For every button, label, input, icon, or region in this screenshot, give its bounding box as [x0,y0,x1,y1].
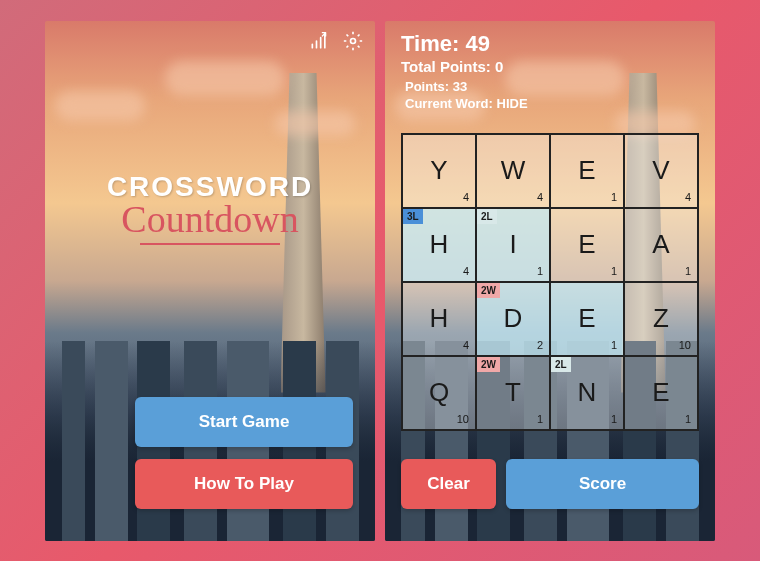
tile-1-0[interactable]: 3LH4 [402,208,476,282]
current-word-display: Current Word: HIDE [405,96,699,111]
how-to-play-button[interactable]: How To Play [135,459,353,509]
menu-screen: CROSSWORD Countdown Start Game How To Pl… [45,21,375,541]
menu-buttons: Start Game How To Play [135,397,353,509]
tile-bonus: 3L [403,209,423,224]
tile-points: 1 [685,413,691,425]
tile-letter: I [509,229,516,260]
tile-bonus: 2W [477,357,500,372]
tile-letter: E [578,303,595,334]
tile-1-2[interactable]: E1 [550,208,624,282]
game-header: Time: 49 Total Points: 0 Points: 33 Curr… [401,31,699,111]
tile-1-3[interactable]: A1 [624,208,698,282]
signal-icon[interactable] [309,31,329,55]
tile-bonus: 2L [551,357,571,372]
tile-3-1[interactable]: 2WT1 [476,356,550,430]
tile-points: 2 [537,339,543,351]
tile-points: 4 [463,339,469,351]
gear-icon[interactable] [343,31,363,55]
tile-3-2[interactable]: 2LN1 [550,356,624,430]
tile-letter: D [504,303,523,334]
tile-bonus: 2W [477,283,500,298]
tile-1-1[interactable]: 2LI1 [476,208,550,282]
tile-points: 1 [685,265,691,277]
tile-letter: W [501,155,526,186]
tile-letter: Z [653,303,669,334]
tile-points: 10 [679,339,691,351]
title-bottom: Countdown [45,197,375,241]
tile-points: 4 [685,191,691,203]
total-points-display: Total Points: 0 [401,58,699,75]
tile-letter: E [652,377,669,408]
tile-points: 4 [463,265,469,277]
score-button[interactable]: Score [506,459,699,509]
tile-letter: A [652,229,669,260]
start-game-button[interactable]: Start Game [135,397,353,447]
tile-points: 1 [537,265,543,277]
game-buttons: Clear Score [401,459,699,509]
tile-letter: T [505,377,521,408]
tile-bonus: 2L [477,209,497,224]
tile-points: 1 [537,413,543,425]
game-screen: Time: 49 Total Points: 0 Points: 33 Curr… [385,21,715,541]
tile-points: 1 [611,265,617,277]
tile-letter: E [578,155,595,186]
tile-0-1[interactable]: W4 [476,134,550,208]
svg-point-0 [351,38,356,43]
tile-points: 1 [611,191,617,203]
tile-2-1[interactable]: 2WD2 [476,282,550,356]
top-icons [309,31,363,55]
tile-points: 4 [537,191,543,203]
points-display: Points: 33 [405,79,699,94]
game-title: CROSSWORD Countdown [45,171,375,245]
tile-2-0[interactable]: H4 [402,282,476,356]
tile-letter: V [652,155,669,186]
tile-letter: Q [429,377,449,408]
letter-grid: Y4W4E1V43LH42LI1E1A1H42WD2E1Z10Q102WT12L… [401,133,699,431]
tile-points: 10 [457,413,469,425]
tile-letter: H [430,303,449,334]
tile-0-0[interactable]: Y4 [402,134,476,208]
tile-points: 4 [463,191,469,203]
tile-3-3[interactable]: E1 [624,356,698,430]
tile-letter: E [578,229,595,260]
tile-2-2[interactable]: E1 [550,282,624,356]
clear-button[interactable]: Clear [401,459,496,509]
tile-letter: Y [430,155,447,186]
time-display: Time: 49 [401,31,699,57]
tile-0-3[interactable]: V4 [624,134,698,208]
tile-0-2[interactable]: E1 [550,134,624,208]
tile-points: 1 [611,339,617,351]
tile-letter: N [578,377,597,408]
tile-3-0[interactable]: Q10 [402,356,476,430]
tile-letter: H [430,229,449,260]
tile-2-3[interactable]: Z10 [624,282,698,356]
tile-points: 1 [611,413,617,425]
